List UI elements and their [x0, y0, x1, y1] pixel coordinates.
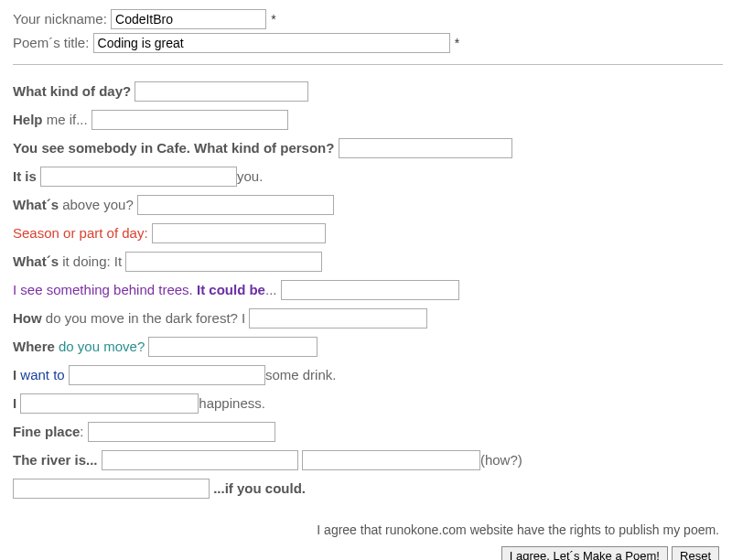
line-text: do you move? [55, 339, 145, 354]
title-row: Poem´s title: * [13, 33, 723, 53]
answer-input[interactable] [40, 167, 237, 187]
line-text: above you? [59, 197, 134, 212]
nickname-input[interactable] [111, 9, 266, 29]
line-text: happiness. [199, 395, 265, 411]
required-star: * [455, 36, 459, 50]
line-text: do you move in the dark forest? I [42, 310, 246, 326]
line-text: you. [237, 168, 263, 184]
line-text: me if... [43, 112, 88, 127]
answer-input[interactable] [339, 138, 512, 158]
prompt-line-2: Help me if... [13, 108, 723, 132]
prompt-line-12: I happiness. [13, 392, 723, 415]
prompt-line-10: Where do you move? [13, 335, 723, 359]
nickname-row: Your nickname: * [13, 9, 723, 29]
nickname-label: Your nickname: [13, 11, 107, 27]
required-star: * [271, 12, 275, 27]
title-input[interactable] [93, 33, 450, 53]
line-text-bold: What´s [13, 197, 59, 212]
answer-input[interactable] [135, 81, 308, 102]
line-text-bold: What´s [13, 253, 59, 269]
answer-input[interactable] [148, 337, 318, 357]
line-text-bold: Fine place [13, 424, 80, 439]
line-text-bold: Where [13, 339, 55, 354]
answer-input[interactable] [92, 110, 288, 130]
line-text-bold: Help [13, 112, 43, 127]
line-text: (how?) [480, 452, 522, 468]
prompt-line-11: I want to some drink. [13, 363, 723, 387]
answer-input[interactable] [13, 479, 210, 499]
line-text: You see somebody in Cafe. What kind of p… [13, 140, 334, 156]
prompt-line-5: What´s above you? [13, 193, 723, 217]
answer-input[interactable] [281, 280, 459, 300]
answer-input-2[interactable] [302, 450, 480, 470]
title-label: Poem´s title: [13, 35, 89, 50]
prompt-line-6: Season or part of day: [13, 221, 723, 245]
prompt-line-4: It is you. [13, 165, 723, 188]
line-text: Season or part of day: [13, 225, 148, 241]
line-text: it doing: It [59, 253, 122, 269]
line-text-bold: It could be [193, 282, 265, 297]
answer-input[interactable] [69, 365, 265, 385]
prompt-line-15: ...if you could. [13, 477, 723, 501]
answer-input[interactable] [125, 252, 322, 272]
prompt-line-9: How do you move in the dark forest? I [13, 307, 723, 330]
answer-input[interactable] [152, 223, 326, 243]
prompt-line-7: What´s it doing: It [13, 250, 723, 274]
line-text: ... [265, 282, 277, 297]
button-row: I agree. Let´s Make a Poem! Reset [13, 546, 723, 560]
prompt-line-8: I see something behind trees. It could b… [13, 278, 723, 302]
prompt-line-1: What kind of day? [13, 80, 723, 103]
line-text-bold: It is [13, 168, 37, 184]
line-text: I see something behind trees. [13, 282, 193, 297]
line-text: want to [16, 367, 69, 382]
answer-input[interactable] [88, 422, 275, 442]
prompt-line-3: You see somebody in Cafe. What kind of p… [13, 136, 723, 160]
line-text: : [80, 424, 83, 439]
line-text: ...if you could. [213, 480, 306, 496]
line-text-bold: I [13, 395, 16, 411]
agreement-text: I agree that runokone.com website have t… [13, 522, 723, 537]
line-text: What kind of day? [13, 83, 131, 99]
line-text-bold: How [13, 310, 42, 326]
line-text-bold: The river is... [13, 452, 98, 468]
submit-button[interactable]: I agree. Let´s Make a Poem! [501, 546, 668, 560]
line-text: some drink. [265, 367, 337, 382]
prompt-line-13: Fine place: [13, 420, 723, 444]
divider [13, 64, 723, 65]
answer-input[interactable] [102, 450, 298, 470]
prompt-line-14: The river is... (how?) [13, 448, 723, 472]
answer-input[interactable] [249, 308, 427, 328]
answer-input[interactable] [137, 195, 334, 215]
answer-input[interactable] [20, 393, 199, 414]
reset-button[interactable]: Reset [672, 546, 719, 560]
